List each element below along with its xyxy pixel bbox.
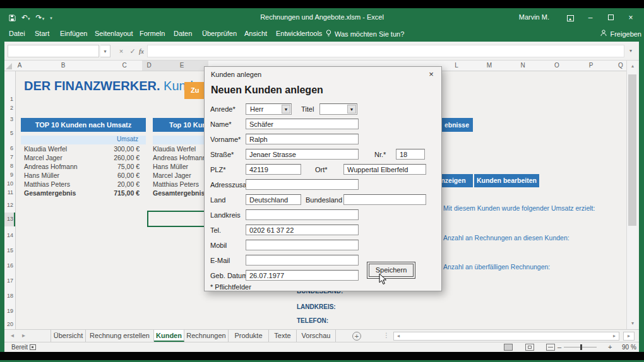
row-header[interactable]: 20 <box>4 321 13 327</box>
row-header[interactable]: 1 <box>4 96 13 102</box>
add-sheet-icon[interactable]: + <box>352 332 361 341</box>
row-header[interactable]: 18 <box>4 293 13 299</box>
results-button-partial[interactable]: ebnisse <box>441 118 473 132</box>
scroll-left-icon[interactable]: ◂ <box>395 332 402 340</box>
tab-daten[interactable]: Daten <box>174 30 192 37</box>
share-button[interactable]: Freigeben <box>600 30 641 38</box>
row-header[interactable]: 6 <box>4 145 13 151</box>
col-header-d[interactable]: D <box>146 62 151 69</box>
name-box[interactable] <box>8 45 99 57</box>
zoom-in-icon[interactable]: + <box>608 343 612 351</box>
col-header-b[interactable]: B <box>61 62 66 69</box>
row-header[interactable]: 2 <box>4 105 13 111</box>
anrede-select[interactable]: Herr ▼ <box>246 103 292 115</box>
name-box-dropdown-icon[interactable]: ▾ <box>100 45 110 57</box>
strasse-field[interactable] <box>246 149 359 160</box>
macro-record-icon[interactable] <box>30 344 36 350</box>
horizontal-scrollbar[interactable]: ◂ ▸ <box>393 332 619 341</box>
scroll-down-icon[interactable]: ▾ <box>628 319 637 328</box>
col-header-n[interactable]: N <box>520 62 525 69</box>
col-header-q[interactable]: Q <box>618 62 623 69</box>
row-header[interactable]: 17 <box>4 277 13 284</box>
tab-datei[interactable]: Datei <box>9 30 25 37</box>
col-header-c[interactable]: C <box>122 62 126 69</box>
row-header[interactable]: 12 <box>4 202 13 208</box>
minimize-button[interactable]: – <box>582 11 599 24</box>
row-header[interactable]: 7 <box>4 154 13 160</box>
col-header-l[interactable]: L <box>455 62 458 69</box>
sheet-nav-right-icon[interactable]: ▸ <box>22 332 25 339</box>
row-header[interactable]: 14 <box>4 232 13 238</box>
chevron-down-icon[interactable]: ▼ <box>282 105 290 114</box>
tab-ueberpruefen[interactable]: Überprüfen <box>202 30 237 37</box>
nr-field[interactable] <box>396 149 425 160</box>
name-field[interactable] <box>246 119 359 129</box>
active-cell-selection[interactable] <box>147 211 207 227</box>
row-header[interactable]: 15 <box>4 247 13 254</box>
sheet-tab-rechnungen[interactable]: Rechnungen <box>184 330 229 342</box>
tab-einfuegen[interactable]: Einfügen <box>60 30 87 37</box>
scroll-right-icon[interactable]: ▸ <box>611 332 618 340</box>
scroll-right-end-icon[interactable]: ▸ <box>623 332 635 341</box>
save-button[interactable]: Speichern <box>367 262 415 279</box>
mobil-field[interactable] <box>246 240 359 250</box>
sheet-tab-rechnung-erstellen[interactable]: Rechnung erstellen <box>86 330 154 342</box>
maximize-button[interactable] <box>602 11 619 24</box>
dialog-title[interactable]: Kunden anlegen <box>211 71 261 78</box>
row-header[interactable]: 11 <box>4 189 13 196</box>
sheet-nav-left-icon[interactable]: ◂ <box>11 332 14 339</box>
select-all-corner[interactable] <box>6 63 12 69</box>
vertical-scroll-thumb[interactable] <box>628 74 636 226</box>
expand-formula-bar-icon[interactable]: ▾ <box>625 45 636 57</box>
tel-field[interactable] <box>246 225 359 235</box>
row-header[interactable]: 9 <box>4 172 13 178</box>
vorname-field[interactable] <box>246 134 359 144</box>
close-button[interactable]: × <box>623 11 639 24</box>
normal-view-icon[interactable] <box>504 344 513 351</box>
dialog-close-icon[interactable]: × <box>426 69 436 79</box>
sheet-tab-vorschau[interactable]: Vorschau <box>297 330 336 342</box>
sheet-tab-texte[interactable]: Texte <box>269 330 297 342</box>
formula-input[interactable] <box>147 45 624 57</box>
row-header-selected[interactable]: 13 <box>4 216 13 222</box>
tab-start[interactable]: Start <box>35 30 49 37</box>
geb-datum-field[interactable] <box>246 270 359 281</box>
col-header-e[interactable]: E <box>180 62 184 69</box>
sheet-tab-kunden-active[interactable]: Kunden <box>154 330 184 342</box>
col-header-a[interactable]: A <box>18 62 22 69</box>
row-header[interactable]: 16 <box>4 262 13 269</box>
adresszusatz-field[interactable] <box>246 179 359 190</box>
row-header[interactable]: 19 <box>4 308 13 314</box>
landkreis-field[interactable] <box>246 209 359 220</box>
email-field[interactable] <box>246 255 359 266</box>
row-header[interactable]: 8 <box>4 163 13 169</box>
sheet-tab-uebersicht[interactable]: Übersicht <box>51 330 86 342</box>
bundesland-field[interactable] <box>343 194 426 205</box>
account-user-name[interactable]: Marvin M. <box>519 13 549 21</box>
tab-formeln[interactable]: Formeln <box>140 30 165 37</box>
edit-customer-button[interactable]: Kunden bearbeiten <box>474 174 539 187</box>
page-break-view-icon[interactable] <box>546 344 555 351</box>
col-header-p[interactable]: P <box>589 62 593 69</box>
ort-field[interactable] <box>343 164 426 175</box>
zoom-out-icon[interactable]: – <box>558 343 561 351</box>
chevron-down-icon[interactable]: ▼ <box>347 105 356 114</box>
col-header-m[interactable]: M <box>487 62 492 69</box>
zoom-level[interactable]: 90 % <box>622 344 636 351</box>
vertical-scrollbar[interactable]: ▴ ▾ <box>626 61 638 329</box>
scroll-up-icon[interactable]: ▴ <box>628 62 637 71</box>
sheet-tab-produkte[interactable]: Produkte <box>229 330 269 342</box>
tab-seitenlayout[interactable]: Seitenlayout <box>95 30 133 37</box>
row-header[interactable]: 5 <box>4 130 13 136</box>
tab-ansicht[interactable]: Ansicht <box>244 30 267 37</box>
zoom-slider-thumb[interactable] <box>580 344 582 350</box>
titel-select[interactable]: ▼ <box>319 103 357 115</box>
cancel-formula-icon[interactable]: × <box>116 45 127 57</box>
tab-entwicklertools[interactable]: Entwicklertools <box>276 30 322 37</box>
row-header[interactable]: 10 <box>4 180 13 187</box>
row-header[interactable]: 3 <box>4 116 13 122</box>
insert-function-icon[interactable]: fx <box>136 45 147 57</box>
ribbon-display-options-icon[interactable]: ▴ <box>562 11 578 24</box>
tell-me-box[interactable]: Was möchten Sie tun? <box>326 30 404 38</box>
col-header-o[interactable]: O <box>554 62 559 69</box>
